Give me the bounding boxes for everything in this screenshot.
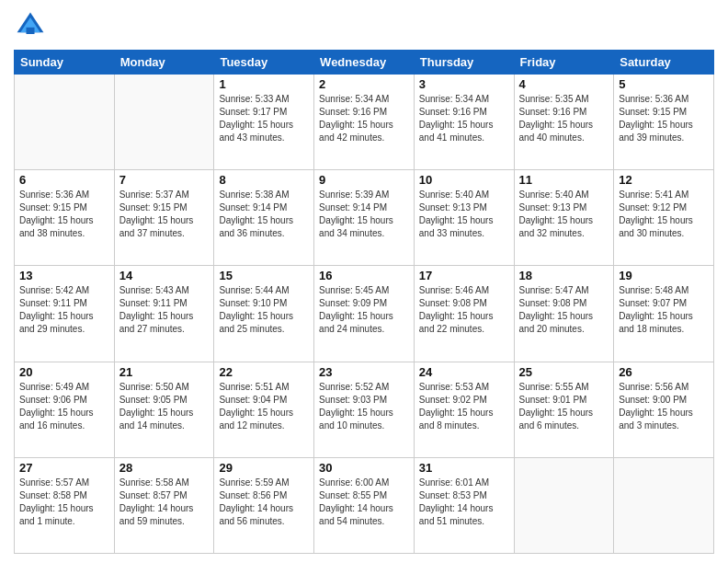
calendar-cell: 1Sunrise: 5:33 AM Sunset: 9:17 PM Daylig… [214, 75, 314, 170]
day-number: 23 [319, 365, 409, 379]
svg-rect-2 [27, 28, 35, 34]
day-number: 11 [519, 173, 609, 187]
header [14, 9, 714, 42]
day-info: Sunrise: 5:35 AM Sunset: 9:16 PM Dayligh… [519, 93, 609, 144]
calendar-week-4: 20Sunrise: 5:49 AM Sunset: 9:06 PM Dayli… [15, 362, 714, 457]
calendar-cell: 28Sunrise: 5:58 AM Sunset: 8:57 PM Dayli… [114, 457, 214, 553]
day-info: Sunrise: 5:40 AM Sunset: 9:13 PM Dayligh… [519, 189, 609, 240]
calendar-header-row: SundayMondayTuesdayWednesdayThursdayFrid… [15, 51, 714, 75]
day-header-sunday: Sunday [15, 51, 115, 75]
day-info: Sunrise: 5:57 AM Sunset: 8:58 PM Dayligh… [19, 477, 109, 528]
day-number: 30 [319, 461, 409, 475]
calendar-cell: 19Sunrise: 5:48 AM Sunset: 9:07 PM Dayli… [614, 266, 714, 362]
calendar-cell: 30Sunrise: 6:00 AM Sunset: 8:55 PM Dayli… [314, 457, 415, 553]
day-header-thursday: Thursday [414, 51, 514, 75]
calendar-cell: 23Sunrise: 5:52 AM Sunset: 9:03 PM Dayli… [314, 362, 415, 457]
day-info: Sunrise: 5:52 AM Sunset: 9:03 PM Dayligh… [319, 381, 409, 432]
day-number: 9 [319, 173, 409, 187]
calendar-cell: 27Sunrise: 5:57 AM Sunset: 8:58 PM Dayli… [15, 457, 115, 553]
day-number: 24 [419, 365, 509, 379]
day-number: 8 [219, 173, 309, 187]
calendar-cell: 25Sunrise: 5:55 AM Sunset: 9:01 PM Dayli… [514, 362, 614, 457]
day-info: Sunrise: 5:37 AM Sunset: 9:15 PM Dayligh… [119, 189, 210, 240]
calendar-cell: 15Sunrise: 5:44 AM Sunset: 9:10 PM Dayli… [214, 266, 314, 362]
calendar-cell: 11Sunrise: 5:40 AM Sunset: 9:13 PM Dayli… [514, 170, 614, 266]
day-info: Sunrise: 5:50 AM Sunset: 9:05 PM Dayligh… [119, 381, 210, 432]
day-number: 17 [419, 269, 509, 282]
calendar-cell: 31Sunrise: 6:01 AM Sunset: 8:53 PM Dayli… [414, 457, 514, 553]
day-number: 20 [19, 365, 109, 379]
calendar-cell: 13Sunrise: 5:42 AM Sunset: 9:11 PM Dayli… [15, 266, 115, 362]
day-number: 19 [619, 269, 709, 282]
calendar-cell: 29Sunrise: 5:59 AM Sunset: 8:56 PM Dayli… [214, 457, 314, 553]
calendar-week-3: 13Sunrise: 5:42 AM Sunset: 9:11 PM Dayli… [15, 266, 714, 362]
day-info: Sunrise: 5:47 AM Sunset: 9:08 PM Dayligh… [519, 284, 609, 336]
day-number: 22 [219, 365, 309, 379]
day-number: 2 [319, 77, 409, 91]
day-number: 14 [119, 269, 210, 282]
calendar-cell: 4Sunrise: 5:35 AM Sunset: 9:16 PM Daylig… [514, 75, 614, 170]
day-number: 12 [619, 173, 709, 187]
day-info: Sunrise: 5:48 AM Sunset: 9:07 PM Dayligh… [619, 284, 709, 336]
calendar-cell [514, 457, 614, 553]
day-info: Sunrise: 5:33 AM Sunset: 9:17 PM Dayligh… [219, 93, 309, 144]
day-info: Sunrise: 5:39 AM Sunset: 9:14 PM Dayligh… [319, 189, 409, 240]
day-info: Sunrise: 5:36 AM Sunset: 9:15 PM Dayligh… [619, 93, 709, 144]
day-info: Sunrise: 5:34 AM Sunset: 9:16 PM Dayligh… [419, 93, 509, 144]
day-header-wednesday: Wednesday [314, 51, 415, 75]
day-info: Sunrise: 5:49 AM Sunset: 9:06 PM Dayligh… [19, 381, 109, 432]
day-number: 3 [419, 77, 509, 91]
day-header-friday: Friday [514, 51, 614, 75]
calendar-cell: 12Sunrise: 5:41 AM Sunset: 9:12 PM Dayli… [614, 170, 714, 266]
day-info: Sunrise: 5:36 AM Sunset: 9:15 PM Dayligh… [19, 189, 109, 240]
day-info: Sunrise: 5:44 AM Sunset: 9:10 PM Dayligh… [219, 284, 309, 336]
calendar-cell: 2Sunrise: 5:34 AM Sunset: 9:16 PM Daylig… [314, 75, 415, 170]
day-info: Sunrise: 5:55 AM Sunset: 9:01 PM Dayligh… [519, 381, 609, 432]
day-info: Sunrise: 5:46 AM Sunset: 9:08 PM Dayligh… [419, 284, 509, 336]
day-info: Sunrise: 5:59 AM Sunset: 8:56 PM Dayligh… [219, 477, 309, 528]
day-number: 16 [319, 269, 409, 282]
calendar-week-5: 27Sunrise: 5:57 AM Sunset: 8:58 PM Dayli… [15, 457, 714, 553]
day-info: Sunrise: 5:51 AM Sunset: 9:04 PM Dayligh… [219, 381, 309, 432]
logo [14, 9, 51, 42]
calendar-cell: 22Sunrise: 5:51 AM Sunset: 9:04 PM Dayli… [214, 362, 314, 457]
day-number: 29 [219, 461, 309, 475]
calendar-cell: 17Sunrise: 5:46 AM Sunset: 9:08 PM Dayli… [414, 266, 514, 362]
day-number: 13 [19, 269, 109, 282]
day-number: 25 [519, 365, 609, 379]
calendar-cell [15, 75, 115, 170]
day-number: 31 [419, 461, 509, 475]
calendar-cell: 18Sunrise: 5:47 AM Sunset: 9:08 PM Dayli… [514, 266, 614, 362]
day-header-tuesday: Tuesday [214, 51, 314, 75]
calendar-cell: 10Sunrise: 5:40 AM Sunset: 9:13 PM Dayli… [414, 170, 514, 266]
day-number: 18 [519, 269, 609, 282]
day-number: 6 [19, 173, 109, 187]
day-number: 21 [119, 365, 210, 379]
day-info: Sunrise: 5:58 AM Sunset: 8:57 PM Dayligh… [119, 477, 210, 528]
day-number: 15 [219, 269, 309, 282]
calendar-cell: 20Sunrise: 5:49 AM Sunset: 9:06 PM Dayli… [15, 362, 115, 457]
calendar-cell: 14Sunrise: 5:43 AM Sunset: 9:11 PM Dayli… [114, 266, 214, 362]
day-info: Sunrise: 5:34 AM Sunset: 9:16 PM Dayligh… [319, 93, 409, 144]
day-number: 7 [119, 173, 210, 187]
calendar-cell: 7Sunrise: 5:37 AM Sunset: 9:15 PM Daylig… [114, 170, 214, 266]
calendar-cell: 26Sunrise: 5:56 AM Sunset: 9:00 PM Dayli… [614, 362, 714, 457]
calendar-cell: 16Sunrise: 5:45 AM Sunset: 9:09 PM Dayli… [314, 266, 415, 362]
calendar-cell [114, 75, 214, 170]
calendar-cell [614, 457, 714, 553]
calendar-table: SundayMondayTuesdayWednesdayThursdayFrid… [14, 50, 714, 554]
day-info: Sunrise: 6:00 AM Sunset: 8:55 PM Dayligh… [319, 477, 409, 528]
day-header-saturday: Saturday [614, 51, 714, 75]
calendar-cell: 8Sunrise: 5:38 AM Sunset: 9:14 PM Daylig… [214, 170, 314, 266]
logo-icon [14, 9, 47, 42]
calendar-cell: 6Sunrise: 5:36 AM Sunset: 9:15 PM Daylig… [15, 170, 115, 266]
calendar-cell: 5Sunrise: 5:36 AM Sunset: 9:15 PM Daylig… [614, 75, 714, 170]
day-header-monday: Monday [114, 51, 214, 75]
day-number: 27 [19, 461, 109, 475]
day-number: 5 [619, 77, 709, 91]
day-info: Sunrise: 5:56 AM Sunset: 9:00 PM Dayligh… [619, 381, 709, 432]
day-number: 10 [419, 173, 509, 187]
calendar-cell: 3Sunrise: 5:34 AM Sunset: 9:16 PM Daylig… [414, 75, 514, 170]
page: SundayMondayTuesdayWednesdayThursdayFrid… [0, 0, 728, 563]
day-info: Sunrise: 5:53 AM Sunset: 9:02 PM Dayligh… [419, 381, 509, 432]
